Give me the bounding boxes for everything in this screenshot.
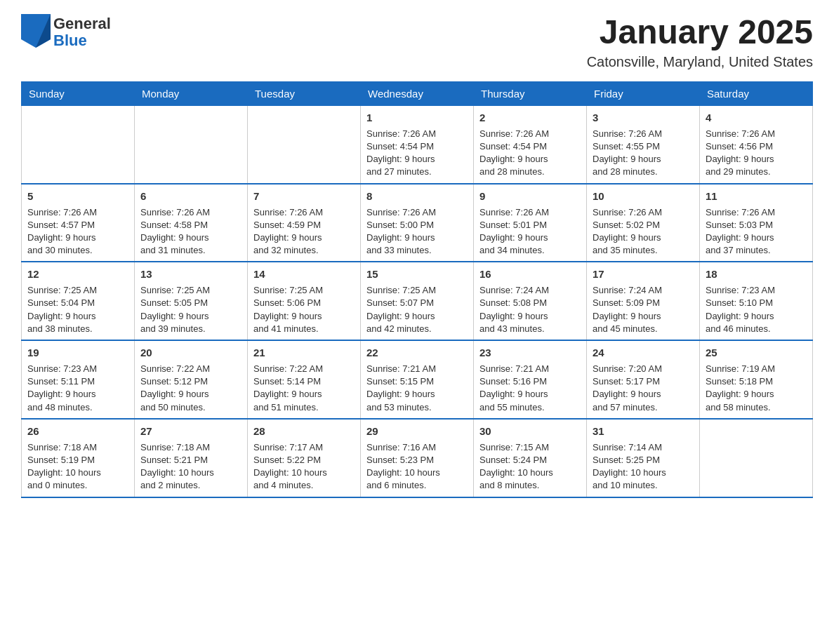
day-info: and 38 minutes. — [27, 323, 128, 335]
day-info: and 30 minutes. — [27, 244, 128, 257]
day-info: and 46 minutes. — [706, 323, 807, 335]
day-info: Sunrise: 7:23 AM — [706, 284, 807, 297]
calendar-cell: 11Sunrise: 7:26 AMSunset: 5:03 PMDayligh… — [700, 184, 813, 262]
calendar-cell: 16Sunrise: 7:24 AMSunset: 5:08 PMDayligh… — [474, 262, 587, 340]
day-info: Sunrise: 7:25 AM — [366, 284, 468, 297]
calendar-cell: 29Sunrise: 7:16 AMSunset: 5:23 PMDayligh… — [361, 419, 474, 497]
day-info: Daylight: 9 hours — [593, 232, 694, 244]
day-info: Sunset: 5:14 PM — [253, 375, 355, 388]
location: Catonsville, Maryland, United States — [587, 54, 813, 70]
day-info: Sunset: 5:18 PM — [706, 375, 807, 388]
day-number: 4 — [706, 110, 807, 125]
day-number: 17 — [593, 267, 694, 281]
day-info: Sunset: 4:59 PM — [253, 219, 355, 232]
day-info: Sunrise: 7:26 AM — [253, 206, 355, 219]
day-info: and 0 minutes. — [27, 479, 128, 492]
day-info: Daylight: 9 hours — [706, 232, 807, 244]
logo-general-text: General — [53, 15, 111, 32]
day-info: Sunset: 5:23 PM — [366, 454, 468, 467]
day-info: and 31 minutes. — [140, 244, 241, 257]
calendar-cell: 27Sunrise: 7:18 AMSunset: 5:21 PMDayligh… — [135, 419, 248, 497]
day-info: and 48 minutes. — [27, 401, 128, 414]
day-info: Sunrise: 7:26 AM — [27, 206, 128, 219]
day-info: Sunrise: 7:19 AM — [706, 363, 807, 375]
day-info: and 45 minutes. — [593, 323, 694, 335]
day-info: Sunrise: 7:22 AM — [253, 363, 355, 375]
day-number: 2 — [479, 110, 581, 125]
day-info: Daylight: 10 hours — [593, 467, 694, 479]
day-info: Sunset: 5:19 PM — [27, 454, 128, 467]
calendar-header: SundayMondayTuesdayWednesdayThursdayFrid… — [22, 81, 813, 105]
day-info: Sunrise: 7:26 AM — [593, 206, 694, 219]
day-info: Sunset: 5:24 PM — [479, 454, 581, 467]
calendar-cell: 6Sunrise: 7:26 AMSunset: 4:58 PMDaylight… — [135, 184, 248, 262]
day-info: Sunset: 4:54 PM — [479, 140, 581, 153]
calendar-cell — [135, 105, 248, 183]
day-info: and 29 minutes. — [706, 166, 807, 178]
calendar-cell: 8Sunrise: 7:26 AMSunset: 5:00 PMDaylight… — [361, 184, 474, 262]
day-info: and 58 minutes. — [706, 401, 807, 414]
day-info: Sunset: 5:11 PM — [27, 375, 128, 388]
calendar-week-2: 5Sunrise: 7:26 AMSunset: 4:57 PMDaylight… — [22, 184, 813, 262]
day-info: Sunrise: 7:15 AM — [479, 441, 581, 454]
day-info: Sunset: 5:01 PM — [479, 219, 581, 232]
day-number: 25 — [706, 345, 807, 360]
day-info: Sunrise: 7:22 AM — [140, 363, 241, 375]
day-info: Daylight: 9 hours — [593, 310, 694, 323]
day-number: 24 — [593, 345, 694, 360]
day-info: Sunrise: 7:24 AM — [593, 284, 694, 297]
day-info: Sunset: 5:22 PM — [253, 454, 355, 467]
calendar-cell: 3Sunrise: 7:26 AMSunset: 4:55 PMDaylight… — [587, 105, 700, 183]
day-info: Sunset: 5:17 PM — [593, 375, 694, 388]
day-info: Sunrise: 7:23 AM — [27, 363, 128, 375]
day-info: Daylight: 9 hours — [253, 232, 355, 244]
logo: General Blue — [21, 14, 111, 51]
calendar-cell: 12Sunrise: 7:25 AMSunset: 5:04 PMDayligh… — [22, 262, 135, 340]
calendar-table: SundayMondayTuesdayWednesdayThursdayFrid… — [21, 81, 813, 498]
calendar-body: 1Sunrise: 7:26 AMSunset: 4:54 PMDaylight… — [22, 105, 813, 497]
day-info: Daylight: 9 hours — [140, 310, 241, 323]
day-info: Sunrise: 7:26 AM — [366, 206, 468, 219]
day-info: Daylight: 9 hours — [366, 153, 468, 166]
day-info: Sunset: 5:03 PM — [706, 219, 807, 232]
day-info: Sunrise: 7:17 AM — [253, 441, 355, 454]
day-number: 27 — [140, 424, 241, 438]
calendar-week-1: 1Sunrise: 7:26 AMSunset: 4:54 PMDaylight… — [22, 105, 813, 183]
day-info: and 51 minutes. — [253, 401, 355, 414]
day-info: and 10 minutes. — [593, 479, 694, 492]
day-info: Daylight: 10 hours — [27, 467, 128, 479]
calendar-cell: 30Sunrise: 7:15 AMSunset: 5:24 PMDayligh… — [474, 419, 587, 497]
day-info: Sunset: 5:07 PM — [366, 297, 468, 309]
day-info: Sunrise: 7:26 AM — [479, 206, 581, 219]
day-info: Daylight: 9 hours — [27, 232, 128, 244]
calendar-cell: 23Sunrise: 7:21 AMSunset: 5:16 PMDayligh… — [474, 340, 587, 419]
day-info: Daylight: 9 hours — [479, 310, 581, 323]
calendar-cell: 21Sunrise: 7:22 AMSunset: 5:14 PMDayligh… — [248, 340, 361, 419]
day-info: Daylight: 9 hours — [366, 310, 468, 323]
day-info: Daylight: 9 hours — [479, 232, 581, 244]
day-info: Sunset: 4:55 PM — [593, 140, 694, 153]
calendar-cell: 1Sunrise: 7:26 AMSunset: 4:54 PMDaylight… — [361, 105, 474, 183]
header-day-saturday: Saturday — [700, 81, 813, 105]
day-info: and 34 minutes. — [479, 244, 581, 257]
calendar-cell: 9Sunrise: 7:26 AMSunset: 5:01 PMDaylight… — [474, 184, 587, 262]
day-info: Daylight: 9 hours — [593, 153, 694, 166]
day-info: Daylight: 9 hours — [140, 388, 241, 401]
day-info: Sunset: 5:02 PM — [593, 219, 694, 232]
calendar-cell: 19Sunrise: 7:23 AMSunset: 5:11 PMDayligh… — [22, 340, 135, 419]
calendar-cell — [22, 105, 135, 183]
day-number: 16 — [479, 267, 581, 281]
day-info: Sunset: 5:08 PM — [479, 297, 581, 309]
day-info: Sunset: 4:56 PM — [706, 140, 807, 153]
logo-blue-text: Blue — [53, 32, 111, 49]
day-info: Sunrise: 7:20 AM — [593, 363, 694, 375]
day-info: Sunrise: 7:25 AM — [140, 284, 241, 297]
calendar-cell: 10Sunrise: 7:26 AMSunset: 5:02 PMDayligh… — [587, 184, 700, 262]
day-info: Sunset: 4:58 PM — [140, 219, 241, 232]
day-info: Sunrise: 7:25 AM — [253, 284, 355, 297]
day-info: Sunset: 5:10 PM — [706, 297, 807, 309]
calendar-cell: 31Sunrise: 7:14 AMSunset: 5:25 PMDayligh… — [587, 419, 700, 497]
day-info: Sunrise: 7:26 AM — [479, 128, 581, 140]
day-number: 14 — [253, 267, 355, 281]
day-info: Sunrise: 7:26 AM — [706, 206, 807, 219]
